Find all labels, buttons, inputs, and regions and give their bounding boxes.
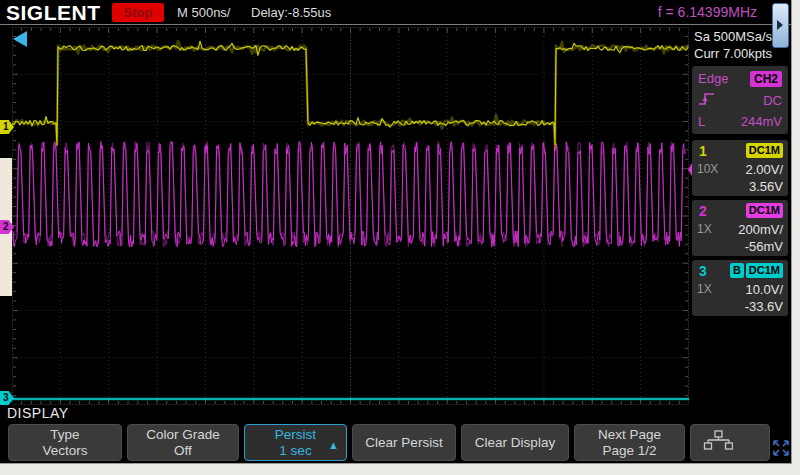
channel2-number: 2 (697, 203, 707, 219)
channel3-scale: 10.0V/ (745, 282, 783, 297)
channel2-coupling-badge: DC1M (746, 203, 783, 218)
channel3-offset: -33.6V (697, 299, 783, 314)
acquisition-status-badge: Stop (112, 3, 164, 22)
channel1-attenuation: 10X (697, 162, 718, 177)
trigger-position-icon[interactable] (13, 31, 27, 47)
clear-persist-button-label: Clear Persist (365, 435, 442, 451)
channel3-coupling-badge: DC1M (746, 263, 783, 278)
scope-screen: SIGLENT Stop M 500ns/ Delay:-8.55us f = … (0, 0, 792, 464)
brand-logo: SIGLENT (6, 1, 101, 25)
channel3-attenuation: 1X (697, 282, 712, 297)
type-button[interactable]: Type Vectors (8, 424, 122, 461)
menu-handle-icon[interactable] (772, 3, 789, 48)
delay-readout: Delay:-8.55us (251, 5, 331, 20)
clear-display-button[interactable]: Clear Display (461, 424, 569, 461)
trigger-level-label: L (698, 114, 705, 129)
frequency-counter: f = 6.14399MHz (560, 4, 757, 20)
persist-button[interactable]: Persist 1 sec ▲ (244, 424, 347, 461)
waveform-area (12, 27, 689, 405)
next-page-button-label: Next Page (598, 427, 661, 443)
trigger-coupling: DC (763, 93, 782, 108)
channel2-scale: 200mV/ (738, 222, 783, 237)
type-button-value: Vectors (42, 443, 87, 459)
channel2-status-box[interactable]: 2 DC1M 1X 200mV/ -56mV (692, 200, 788, 256)
channel2-attenuation: 1X (697, 222, 712, 237)
sample-rate-readout: Sa 500MSa/s (694, 29, 772, 44)
channel1-number: 1 (697, 143, 707, 159)
next-page-button[interactable]: Next Page Page 1/2 (574, 424, 685, 461)
trigger-level-value: 244mV (741, 114, 782, 129)
expand-icon[interactable] (771, 438, 791, 458)
channel2-offset: -56mV (697, 239, 783, 254)
clear-display-button-label: Clear Display (475, 435, 555, 451)
persist-button-value: 1 sec (279, 443, 311, 459)
persist-button-label: Persist (275, 427, 316, 443)
channel1-scale: 2.00V/ (745, 162, 783, 177)
oscilloscope-screenshot: SIGLENT Stop M 500ns/ Delay:-8.55us f = … (0, 0, 800, 475)
trigger-status-box[interactable]: Edge CH2 DC L 244mV (692, 66, 788, 134)
trigger-source-badge: CH2 (750, 71, 782, 87)
channel3-status-box[interactable]: 3 B DC1M 1X 10.0V/ -33.6V (692, 260, 788, 316)
memory-depth-readout: Curr 7.00kpts (694, 46, 772, 61)
channel1-offset: 3.56V (697, 179, 783, 194)
color-grade-button[interactable]: Color Grade Off (127, 424, 239, 461)
type-button-label: Type (50, 427, 79, 443)
channel3-number: 3 (697, 263, 707, 279)
channel3-bandwidth-badge: B (730, 263, 744, 278)
color-grade-button-value: Off (174, 443, 192, 459)
channel1-coupling-badge: DC1M (746, 143, 783, 158)
rising-edge-icon (698, 92, 716, 109)
up-arrow-icon: ▲ (328, 437, 339, 453)
trigger-mode-label: Edge (698, 71, 728, 86)
clear-persist-button[interactable]: Clear Persist (352, 424, 456, 461)
next-page-button-value: Page 1/2 (602, 443, 656, 459)
timebase-readout: M 500ns/ (177, 5, 230, 20)
waveform-svg (12, 27, 689, 405)
color-grade-button-label: Color Grade (146, 427, 220, 443)
network-icon (703, 430, 733, 455)
topbar-separator (0, 24, 791, 25)
channel1-status-box[interactable]: 1 DC1M 10X 2.00V/ 3.56V (692, 140, 788, 196)
lan-status-button[interactable] (690, 424, 770, 461)
menu-title: DISPLAY (7, 405, 69, 421)
